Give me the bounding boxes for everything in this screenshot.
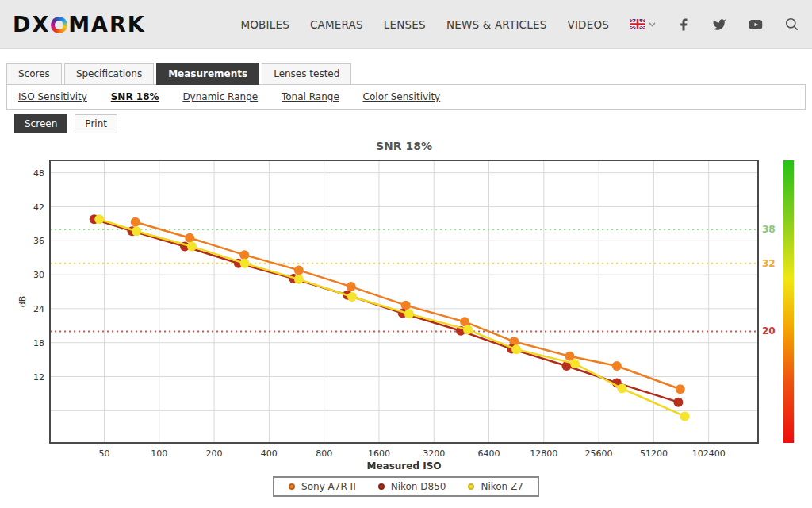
data-point-nikon-z7[interactable] <box>132 226 141 236</box>
tab-measurements[interactable]: Measurements <box>156 63 259 85</box>
data-point-nikon-z7[interactable] <box>617 384 626 394</box>
y-tick-label: 12 <box>33 372 44 383</box>
x-tick-label: 12800 <box>530 448 557 459</box>
x-tick-label: 200 <box>206 448 223 459</box>
x-tick-label: 1600 <box>368 448 390 459</box>
tab-bar: Scores Specifications Measurements Lense… <box>6 63 806 84</box>
tab-lenses-tested[interactable]: Lenses tested <box>262 63 351 85</box>
nav-item-lenses[interactable]: LENSES <box>384 18 426 31</box>
language-selector[interactable] <box>630 19 656 29</box>
main-nav: MOBILES CAMERAS LENSES NEWS & ARTICLES V… <box>240 17 799 32</box>
legend-marker-icon <box>378 483 385 490</box>
logo-text-right: MARK <box>68 12 145 37</box>
data-point-nikon-z7[interactable] <box>511 344 521 354</box>
x-tick-label: 100 <box>151 448 167 459</box>
data-point-nikon-z7[interactable] <box>240 259 250 268</box>
legend-marker-icon <box>289 483 295 490</box>
snr-chart: 3832205010020040080016003200640012800256… <box>6 138 806 475</box>
x-tick-label: 6400 <box>478 448 500 459</box>
page-content: Scores Specifications Measurements Lense… <box>0 63 812 497</box>
data-point-nikon-z7[interactable] <box>94 214 104 224</box>
legend-label: Nikon Z7 <box>481 481 523 492</box>
x-tick-label: 25600 <box>585 448 613 459</box>
y-axis-label: dB <box>17 296 28 308</box>
data-point-nikon-z7[interactable] <box>570 359 580 368</box>
data-point-nikon-z7[interactable] <box>347 292 357 302</box>
nav-item-cameras[interactable]: CAMERAS <box>310 18 363 31</box>
x-tick-label: 3200 <box>423 448 445 459</box>
legend-item-nikon-z7: Nikon Z7 <box>468 481 523 492</box>
y-tick-label: 48 <box>33 168 44 179</box>
ref-line-label: 20 <box>762 325 776 337</box>
y-tick-label: 18 <box>33 338 44 348</box>
chart-title: SNR 18% <box>376 140 432 152</box>
site-header: DX MARK MOBILES CAMERAS LENSES NEWS & AR… <box>0 0 812 49</box>
print-button[interactable]: Print <box>75 114 117 133</box>
legend-label: Nikon D850 <box>391 481 446 492</box>
data-point-sony-a7r-ii[interactable] <box>347 282 356 291</box>
y-tick-label: 42 <box>33 202 44 213</box>
x-tick-label: 400 <box>261 448 278 459</box>
logo-ring-icon <box>51 17 67 33</box>
chevron-down-icon <box>649 22 656 27</box>
legend-label: Sony A7R II <box>301 481 356 492</box>
legend-item-nikon-d850: Nikon D850 <box>378 481 446 492</box>
measurement-subnav: ISO Sensitivity SNR 18% Dynamic Range To… <box>6 84 806 110</box>
y-tick-label: 24 <box>33 304 44 314</box>
ref-line-label: 32 <box>762 258 776 269</box>
x-tick-label: 800 <box>316 448 332 459</box>
data-point-sony-a7r-ii[interactable] <box>294 265 304 275</box>
x-tick-label: 51200 <box>640 448 668 459</box>
data-point-sony-a7r-ii[interactable] <box>676 384 685 394</box>
data-point-sony-a7r-ii[interactable] <box>131 217 140 227</box>
y-tick-label: 30 <box>33 270 44 280</box>
data-point-nikon-z7[interactable] <box>404 309 414 318</box>
data-point-nikon-z7[interactable] <box>680 411 689 421</box>
nav-item-news-articles[interactable]: NEWS & ARTICLES <box>446 18 547 31</box>
chart-legend: Sony A7R II Nikon D850 Nikon Z7 <box>6 476 806 497</box>
legend-marker-icon <box>468 483 474 490</box>
twitter-icon[interactable] <box>711 17 727 32</box>
ref-line-label: 38 <box>762 224 776 235</box>
facebook-icon[interactable] <box>676 17 691 32</box>
x-tick-label: 50 <box>98 448 109 459</box>
nav-item-mobiles[interactable]: MOBILES <box>240 18 289 31</box>
data-point-nikon-z7[interactable] <box>463 325 473 334</box>
subnav-color-sensitivity[interactable]: Color Sensitivity <box>363 91 441 102</box>
data-point-sony-a7r-ii[interactable] <box>239 250 249 260</box>
subnav-dynamic-range[interactable]: Dynamic Range <box>182 91 258 102</box>
search-icon[interactable] <box>784 17 799 32</box>
subnav-snr-18[interactable]: SNR 18% <box>111 91 159 102</box>
nav-item-videos[interactable]: VIDEOS <box>567 18 609 31</box>
tab-specifications[interactable]: Specifications <box>64 63 154 85</box>
logo-text-left: DX <box>13 12 50 37</box>
data-point-nikon-d850[interactable] <box>673 398 683 407</box>
data-point-nikon-z7[interactable] <box>294 275 304 284</box>
tab-scores[interactable]: Scores <box>6 63 62 85</box>
legend-item-sony-a7r-ii: Sony A7R II <box>289 481 356 492</box>
uk-flag-icon <box>630 19 645 29</box>
dxomark-logo[interactable]: DX MARK <box>13 12 146 37</box>
x-axis-label: Measured ISO <box>367 460 442 471</box>
y-tick-label: 36 <box>33 236 44 246</box>
legend-box: Sony A7R II Nikon D850 Nikon Z7 <box>273 476 539 497</box>
youtube-icon[interactable] <box>748 17 764 32</box>
data-point-sony-a7r-ii[interactable] <box>185 233 194 243</box>
screen-button[interactable]: Screen <box>14 114 67 133</box>
quality-gradient-bar <box>783 160 794 443</box>
subnav-iso-sensitivity[interactable]: ISO Sensitivity <box>18 91 87 102</box>
data-point-nikon-z7[interactable] <box>187 241 197 251</box>
view-toggle: Screen Print <box>14 114 806 133</box>
data-point-sony-a7r-ii[interactable] <box>612 361 622 371</box>
subnav-tonal-range[interactable]: Tonal Range <box>282 91 339 102</box>
x-tick-label: 102400 <box>692 448 726 459</box>
